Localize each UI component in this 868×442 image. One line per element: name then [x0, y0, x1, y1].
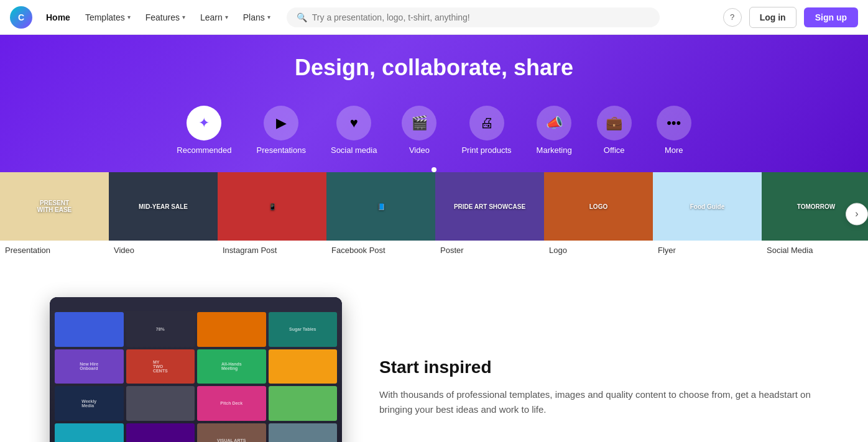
- card-label: Logo: [544, 241, 653, 260]
- laptop-grid-cell: Pitch Deck: [197, 386, 266, 421]
- card-strip: PRESENT WITH EASEPresentationMID-YEAR SA…: [0, 172, 868, 260]
- hero-title: Design, collaborate, share: [0, 55, 868, 81]
- category-label-presentations: Presentations: [256, 145, 306, 155]
- plans-chevron-icon: ▾: [267, 14, 270, 21]
- card-strip-container: PRESENT WITH EASEPresentationMID-YEAR SA…: [0, 172, 868, 260]
- card-label: Video: [109, 241, 218, 260]
- card-image: 📘: [326, 172, 435, 241]
- laptop-grid-cell: [269, 423, 338, 443]
- laptop-grid-cell: Weekly Media: [55, 386, 124, 421]
- card-image: MID-YEAR SALE: [109, 172, 218, 241]
- card-item[interactable]: 📱Instagram Post: [218, 172, 326, 260]
- laptop-screen-grid: 78%Sugar TablesNew Hire OnboardMY TWO CE…: [50, 297, 342, 442]
- category-label-video: Video: [409, 145, 430, 155]
- category-item-recommended[interactable]: ✦Recommended: [164, 98, 244, 162]
- bottom-section: 78%Sugar TablesNew Hire OnboardMY TWO CE…: [0, 272, 868, 442]
- category-icon-social-media: ♥: [336, 106, 371, 140]
- laptop-grid-cell: All-Hands Meeting: [197, 349, 266, 384]
- category-label-recommended: Recommended: [177, 145, 231, 155]
- laptop-screen: 78%Sugar TablesNew Hire OnboardMY TWO CE…: [50, 297, 342, 442]
- help-button[interactable]: ?: [723, 8, 742, 27]
- card-label: Flyer: [653, 241, 762, 260]
- category-icon-marketing: 📣: [537, 106, 571, 140]
- category-icon-more: •••: [657, 106, 691, 140]
- card-label: Poster: [435, 241, 544, 260]
- laptop-grid-cell: Sugar Tables: [269, 312, 338, 347]
- card-label: Facebook Post: [326, 241, 435, 260]
- category-item-marketing[interactable]: 📣Marketing: [524, 98, 584, 162]
- laptop-grid-cell: [197, 312, 266, 347]
- card-label: Presentation: [0, 241, 109, 260]
- nav-templates[interactable]: Templates ▾: [79, 9, 137, 26]
- hero-section: Design, collaborate, share ✦Recommended▶…: [0, 35, 868, 172]
- inspired-description: With thousands of professional templates…: [379, 387, 818, 417]
- laptop-mockup: 78%Sugar TablesNew Hire OnboardMY TWO CE…: [50, 297, 342, 442]
- laptop-grid-cell: [55, 423, 124, 443]
- canva-logo[interactable]: C: [10, 6, 32, 29]
- laptop-grid-cell: [126, 386, 195, 421]
- card-image: Food Guide: [653, 172, 762, 241]
- learn-chevron-icon: ▾: [225, 14, 228, 21]
- card-label: Instagram Post: [218, 241, 326, 260]
- nav-home[interactable]: Home: [40, 9, 76, 26]
- nav-features[interactable]: Features ▾: [139, 9, 192, 26]
- card-item[interactable]: MID-YEAR SALEVideo: [109, 172, 218, 260]
- inspired-title: Start inspired: [379, 357, 818, 377]
- category-icons: ✦Recommended▶Presentations♥Social media🎬…: [0, 98, 868, 162]
- category-label-social-media: Social media: [331, 145, 377, 155]
- laptop-grid-cell: [55, 312, 124, 347]
- navbar: C Home Templates ▾ Features ▾ Learn ▾ Pl…: [0, 0, 868, 35]
- laptop-grid-cell: [269, 349, 338, 384]
- card-item[interactable]: 📘Facebook Post: [326, 172, 435, 260]
- card-image: PRESENT WITH EASE: [0, 172, 109, 241]
- login-button[interactable]: Log in: [749, 7, 796, 28]
- next-button[interactable]: ›: [846, 203, 868, 225]
- laptop-grid-cell: [126, 423, 195, 443]
- category-item-presentations[interactable]: ▶Presentations: [244, 98, 318, 162]
- category-icon-recommended: ✦: [187, 106, 221, 140]
- card-image: LOGO: [544, 172, 653, 241]
- card-item[interactable]: PRIDE ART SHOWCASEPoster: [435, 172, 544, 260]
- laptop-grid-cell: New Hire Onboard: [55, 349, 124, 384]
- laptop-grid-cell: VISUAL ARTS: [197, 423, 266, 443]
- category-item-social-media[interactable]: ♥Social media: [318, 98, 389, 162]
- card-item[interactable]: PRESENT WITH EASEPresentation: [0, 172, 109, 260]
- inspired-text: Start inspired With thousands of profess…: [379, 357, 818, 417]
- search-input[interactable]: [312, 12, 650, 22]
- signup-button[interactable]: Sign up: [804, 7, 858, 27]
- hero-indicator: [432, 167, 436, 172]
- search-bar[interactable]: 🔍: [287, 7, 660, 27]
- card-image: PRIDE ART SHOWCASE: [435, 172, 544, 241]
- category-label-print-products: Print products: [461, 145, 511, 155]
- search-icon: 🔍: [297, 12, 307, 22]
- category-item-print-products[interactable]: 🖨Print products: [449, 98, 524, 162]
- card-image: 📱: [218, 172, 326, 241]
- category-icon-office: 💼: [597, 106, 632, 140]
- laptop-grid-cell: MY TWO CENTS: [126, 349, 195, 384]
- laptop-grid-cell: [269, 386, 338, 421]
- nav-plans[interactable]: Plans ▾: [237, 9, 277, 26]
- nav-learn[interactable]: Learn ▾: [194, 9, 234, 26]
- nav-right: ? Log in Sign up: [723, 7, 858, 28]
- features-chevron-icon: ▾: [182, 14, 185, 21]
- templates-chevron-icon: ▾: [127, 14, 131, 21]
- card-item[interactable]: LOGOLogo: [544, 172, 653, 260]
- category-label-marketing: Marketing: [537, 145, 572, 155]
- nav-items: Home Templates ▾ Features ▾ Learn ▾ Plan…: [40, 9, 277, 26]
- laptop-grid-cell: 78%: [126, 312, 195, 347]
- card-item[interactable]: Food GuideFlyer: [653, 172, 762, 260]
- category-item-office[interactable]: 💼Office: [584, 98, 644, 162]
- category-icon-video: 🎬: [402, 106, 436, 140]
- category-item-more[interactable]: •••More: [644, 98, 704, 162]
- category-item-video[interactable]: 🎬Video: [389, 98, 449, 162]
- card-label: Social Media: [762, 241, 868, 260]
- category-label-more: More: [665, 145, 683, 155]
- category-icon-presentations: ▶: [264, 106, 298, 140]
- category-label-office: Office: [604, 145, 625, 155]
- category-icon-print-products: 🖨: [469, 106, 504, 140]
